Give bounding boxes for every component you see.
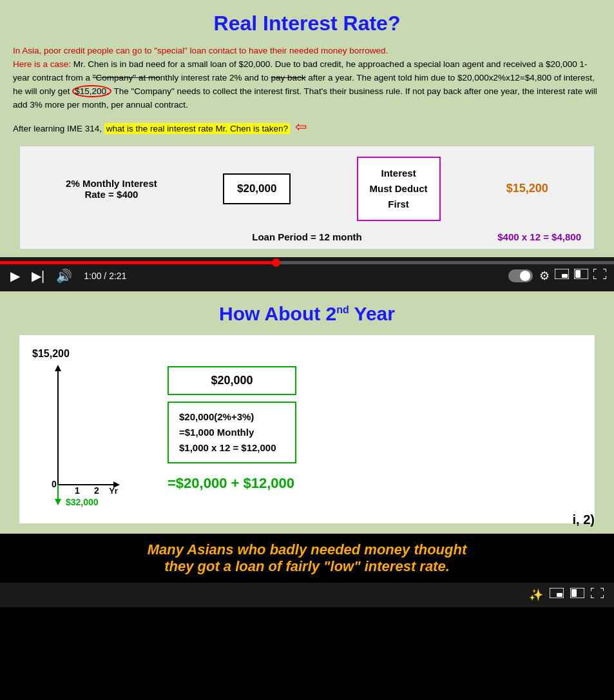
bottom-video-panel: How About 2nd Year $15,200 0 1 2 Yr (0, 291, 614, 534)
svg-text:0: 0 (52, 479, 57, 489)
play-button[interactable]: ▶ (8, 267, 23, 285)
svg-text:2: 2 (94, 485, 99, 496)
theater-icon-bottom[interactable] (570, 588, 584, 601)
miniplayer-icon[interactable] (555, 269, 569, 282)
svg-text:1: 1 (75, 485, 80, 496)
monthly-label: 2% Monthly Interest Rate = $400 (66, 178, 157, 200)
svg-rect-1 (562, 274, 568, 278)
subtitle-line1: Many Asians who badly needed money thoug… (39, 541, 575, 558)
video-controls-bottom[interactable]: ✨ (0, 583, 614, 607)
autoplay-toggle[interactable] (508, 269, 533, 282)
body-red-1: In Asia, poor credit people can go to "s… (13, 46, 388, 55)
diagram-top-row: 2% Monthly Interest Rate = $400 $20,000 … (33, 157, 581, 221)
fullscreen-icon[interactable] (593, 269, 606, 282)
theater-icon[interactable] (574, 269, 588, 282)
controls-row-top: ▶ ▶| 🔊 1:00 / 2:21 ⚙ (0, 264, 614, 287)
svg-marker-13 (55, 499, 61, 505)
svg-text:Yr: Yr (109, 486, 118, 496)
question-line: After learning IME 314, what is the real… (13, 119, 601, 135)
right-boxes: $20,000 $20,000(2%+3%) =$1,000 Monthly $… (168, 348, 296, 510)
question-prefix: After learning IME 314, (13, 124, 104, 133)
loan-period-text: Loan Period = 12 month (252, 231, 361, 242)
mini-player-icon-bottom[interactable] (550, 588, 564, 601)
top-video-title: Real Interest Rate? (13, 12, 601, 35)
partial-text: i, 2) (573, 512, 595, 527)
box-calc: $20,000(2%+3%) =$1,000 Monthly $1,000 x … (168, 402, 296, 463)
circled-value: $15,200. (72, 85, 111, 97)
video-controls-top[interactable]: ▶ ▶| 🔊 1:00 / 2:21 ⚙ (0, 257, 614, 291)
calc-text: $400 x 12 = $4,800 (497, 231, 581, 242)
body-text: In Asia, poor credit people can go to "s… (13, 44, 601, 112)
axis-svg: 0 1 2 Yr $32,000 (32, 362, 122, 510)
time-display: 1:00 / 2:21 (84, 271, 126, 281)
arrow-icon: ⇦ (295, 119, 307, 135)
progress-thumb (272, 258, 280, 267)
progress-track[interactable] (0, 261, 614, 264)
subtitle-bar: Many Asians who badly needed money thoug… (0, 534, 614, 583)
body-red-2: Here is a case: (13, 59, 71, 69)
volume-button[interactable]: 🔊 (53, 267, 75, 285)
svg-rect-18 (571, 589, 577, 597)
progress-fill (0, 261, 276, 264)
top-diagram: 2% Monthly Interest Rate = $400 $20,000 … (19, 146, 595, 249)
svg-marker-5 (55, 365, 61, 371)
amount-15200: $15,200 (506, 182, 548, 195)
box-20000-bottom: $20,000 (168, 366, 296, 395)
svg-rect-16 (557, 593, 562, 597)
fullscreen-icon-bottom[interactable] (591, 588, 604, 601)
settings-icon[interactable]: ⚙ (539, 269, 550, 283)
toggle-knob (520, 271, 530, 281)
top-video-panel: Real Interest Rate? In Asia, poor credit… (0, 0, 614, 257)
spark-icon: ✨ (529, 588, 543, 602)
box-interest: Interest Must Deduct First (357, 157, 441, 221)
box-20000: $20,000 (223, 173, 291, 204)
axis-area: $15,200 0 1 2 Yr $32,000 (32, 348, 148, 510)
next-button[interactable]: ▶| (29, 267, 47, 285)
right-controls: ⚙ (539, 269, 606, 283)
bottom-diagram: $15,200 0 1 2 Yr $32,000 (19, 335, 595, 523)
svg-text:$32,000: $32,000 (66, 497, 99, 507)
axis-15200-label: $15,200 (32, 348, 70, 360)
question-highlight: what is the real interest rate Mr. Chen … (104, 123, 290, 134)
svg-rect-3 (575, 270, 580, 278)
bottom-formula: =$20,000 + $12,000 (168, 475, 296, 492)
bottom-video-title: How About 2nd Year (13, 303, 601, 325)
subtitle-line2: they got a loan of fairly "low" interest… (39, 558, 575, 575)
